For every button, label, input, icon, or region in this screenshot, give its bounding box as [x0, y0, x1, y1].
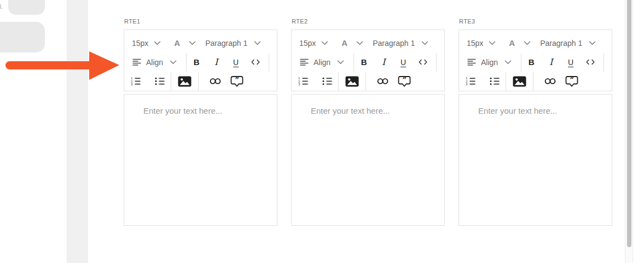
rte-2: RTE2 15px A Paragraph 1 Align B I: [291, 18, 445, 226]
svg-text:”: ”: [402, 76, 406, 84]
create-link-icon[interactable]: [377, 78, 388, 85]
font-color-button[interactable]: A: [341, 38, 347, 48]
create-link-icon[interactable]: [210, 78, 221, 85]
clipped-text-fragment: l.: [0, 4, 3, 10]
toolbar-divider: [604, 53, 604, 72]
rte-1-label: RTE1: [124, 18, 277, 25]
chevron-down-icon[interactable]: [154, 41, 161, 45]
toolbar-divider: [365, 72, 366, 91]
align-dropdown[interactable]: Align: [314, 58, 330, 67]
clipped-panel-card-top: [8, 0, 45, 15]
unordered-list-icon[interactable]: [155, 77, 165, 85]
insert-image-icon[interactable]: [513, 76, 526, 87]
toolbar-row-2: Align B I U: [459, 52, 612, 72]
bold-button[interactable]: B: [187, 57, 206, 67]
italic-button[interactable]: I: [541, 57, 561, 67]
toolbar-row-2: Align B I U: [292, 52, 444, 72]
align-dropdown[interactable]: Align: [481, 58, 498, 67]
insert-image-icon[interactable]: [345, 76, 359, 87]
clipped-panel-card-bottom: [0, 22, 45, 52]
underline-button[interactable]: U: [226, 58, 246, 67]
font-color-button[interactable]: A: [174, 38, 180, 48]
svg-text:”: ”: [570, 76, 573, 84]
placeholder-text: Enter your text here...: [311, 106, 436, 115]
rte-2-toolbar: 15px A Paragraph 1 Align B I U: [291, 30, 445, 91]
toolbar-row-3: 123 ”: [124, 72, 277, 91]
create-link-icon[interactable]: [544, 78, 556, 85]
chevron-down-icon[interactable]: [489, 41, 496, 45]
align-left-icon[interactable]: [300, 59, 309, 66]
vertical-scrollbar-track[interactable]: [625, 0, 633, 263]
rte-3: RTE3 15px A Paragraph 1 Align B I: [459, 18, 612, 226]
insert-image-cell: [339, 76, 365, 87]
toolbar-row-1: 15px A Paragraph 1: [459, 33, 612, 52]
chevron-down-icon[interactable]: [421, 41, 428, 45]
rte-3-toolbar: 15px A Paragraph 1 Align B I U: [459, 30, 612, 91]
chevron-down-icon[interactable]: [170, 60, 177, 65]
toolbar-row-3: 123 ”: [292, 72, 444, 91]
rte-1-toolbar: 15px A Paragraph 1 Align B I U: [124, 30, 277, 91]
rte-editors-row: RTE1 15px A Paragraph 1 Align B I: [124, 18, 612, 226]
blockquote-icon[interactable]: ”: [565, 76, 578, 87]
align-left-icon[interactable]: [467, 59, 476, 66]
insert-image-cell: [171, 76, 198, 87]
underline-button[interactable]: U: [393, 58, 413, 67]
toolbar-divider: [533, 72, 533, 91]
rte-3-label: RTE3: [459, 18, 612, 25]
chevron-down-icon[interactable]: [504, 60, 512, 65]
svg-text:3: 3: [131, 83, 132, 85]
toolbar-divider: [198, 72, 199, 91]
chevron-down-icon[interactable]: [356, 41, 363, 45]
chevron-down-icon[interactable]: [337, 60, 344, 65]
align-dropdown[interactable]: Align: [146, 58, 163, 67]
bold-button[interactable]: B: [521, 57, 541, 67]
chevron-down-icon[interactable]: [321, 41, 328, 45]
unordered-list-icon[interactable]: [322, 77, 332, 85]
toolbar-divider: [436, 53, 437, 72]
rte-1-content-area[interactable]: Enter your text here...: [124, 94, 277, 226]
blockquote-icon[interactable]: ”: [398, 76, 411, 87]
toolbar-divider: [269, 53, 269, 72]
rte-3-content-area[interactable]: Enter your text here...: [459, 94, 612, 226]
toolbar-row-2: Align B I U: [124, 52, 277, 72]
code-view-button[interactable]: [246, 59, 265, 65]
placeholder-text: Enter your text here...: [143, 106, 268, 115]
ordered-list-icon[interactable]: 123: [298, 77, 308, 85]
unordered-list-icon[interactable]: [490, 77, 500, 85]
svg-text:3: 3: [298, 83, 300, 85]
insert-image-cell: [506, 76, 533, 87]
align-left-icon[interactable]: [132, 59, 141, 66]
code-view-button[interactable]: [581, 59, 600, 65]
chevron-down-icon[interactable]: [189, 41, 196, 45]
paragraph-format-dropdown[interactable]: Paragraph 1: [373, 39, 415, 48]
chevron-down-icon[interactable]: [524, 41, 531, 45]
rte-2-content-area[interactable]: Enter your text here...: [291, 94, 445, 226]
code-view-button[interactable]: [413, 59, 433, 65]
italic-button[interactable]: I: [206, 57, 226, 67]
paragraph-format-dropdown[interactable]: Paragraph 1: [205, 39, 247, 48]
rte-1: RTE1 15px A Paragraph 1 Align B I: [124, 18, 277, 226]
toolbar-row-1: 15px A Paragraph 1: [124, 33, 277, 52]
rte-2-label: RTE2: [292, 18, 445, 25]
vertical-gutter-strip: [67, 0, 88, 263]
underline-button[interactable]: U: [561, 58, 581, 67]
ordered-list-icon[interactable]: 123: [466, 77, 475, 85]
blockquote-icon[interactable]: ”: [230, 76, 243, 87]
font-size-dropdown[interactable]: 15px: [467, 39, 483, 48]
ordered-list-icon[interactable]: 123: [131, 77, 141, 85]
paragraph-format-dropdown[interactable]: Paragraph 1: [540, 39, 582, 48]
toolbar-row-1: 15px A Paragraph 1: [292, 33, 444, 52]
font-size-dropdown[interactable]: 15px: [299, 39, 316, 48]
insert-image-icon[interactable]: [178, 76, 192, 87]
chevron-down-icon[interactable]: [589, 41, 596, 45]
italic-button[interactable]: I: [374, 57, 393, 67]
bold-button[interactable]: B: [354, 57, 374, 67]
font-size-dropdown[interactable]: 15px: [132, 39, 148, 48]
svg-text:”: ”: [235, 76, 239, 84]
font-color-button[interactable]: A: [509, 38, 515, 48]
vertical-scrollbar-thumb[interactable]: [627, 0, 631, 247]
placeholder-text: Enter your text here...: [478, 106, 603, 115]
chevron-down-icon[interactable]: [254, 41, 261, 45]
annotation-arrow-right-icon: [4, 51, 120, 81]
page: l. RTE1 15px A Paragraph 1: [0, 0, 644, 263]
